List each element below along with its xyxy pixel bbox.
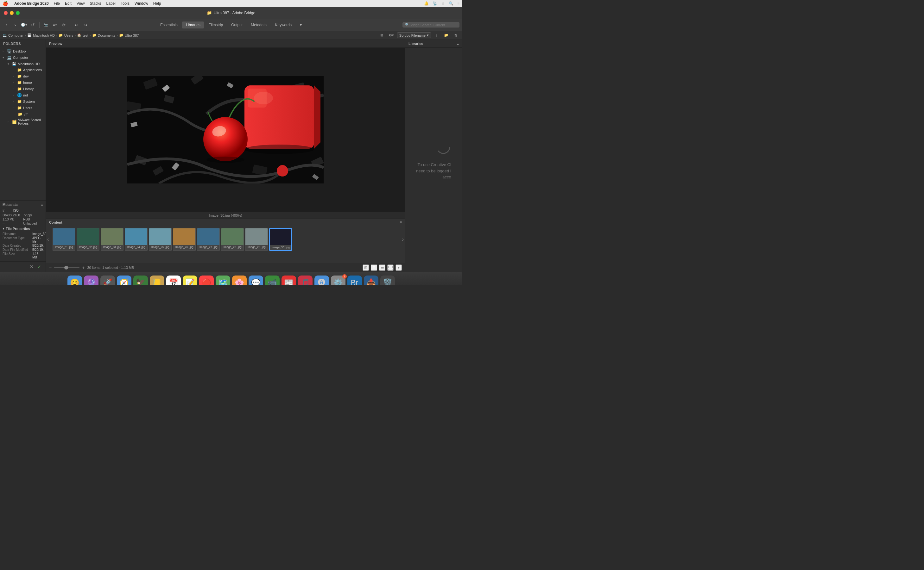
view-list-button[interactable]: ☰ — [379, 264, 385, 271]
dock-item-reminders[interactable]: 🔴 — [199, 276, 214, 285]
dock-item-adobe-bridge[interactable]: Br — [347, 276, 362, 285]
view-grid-large-button[interactable]: ⊞ — [363, 264, 369, 271]
dock-item-mikrolern[interactable]: 🦅 — [133, 276, 148, 285]
breadcrumb-documents[interactable]: 📁 Documents — [92, 33, 115, 37]
thumbnail-1[interactable]: Image_22 .jpg — [77, 228, 100, 251]
sidebar-item-dev[interactable]: › 📁 dev — [0, 73, 46, 80]
menu-app-name[interactable]: Adobe Bridge 2020 — [14, 1, 49, 6]
sidebar-item-vm[interactable]: 📁 vm — [0, 111, 46, 117]
dock-item-photos[interactable]: 🌸 — [232, 276, 247, 285]
dock-item-safari[interactable]: 🧭 — [117, 276, 131, 285]
sync-button[interactable]: ⟳ — [60, 21, 68, 29]
tab-filmstrip[interactable]: Filmstrip — [205, 21, 227, 29]
breadcrumb-ultra387[interactable]: 📁 Ultra 387 — [119, 33, 139, 37]
new-folder-button[interactable]: 📁 — [442, 32, 450, 39]
menu-extra-icon[interactable]: ≡ — [457, 1, 460, 6]
dock-item-downloads[interactable]: 📥 — [364, 276, 378, 285]
sidebar-item-library[interactable]: › 📁 Library — [0, 86, 46, 92]
thumbnail-0[interactable]: Image_21 .jpg — [52, 228, 75, 251]
libraries-menu-icon[interactable]: ≡ — [457, 42, 459, 46]
tab-more[interactable]: ▾ — [296, 21, 306, 29]
dock-item-system-preferences[interactable]: ⚙️1 — [331, 276, 346, 285]
sidebar-item-vmware[interactable]: › 🗂️ VMware Shared Folders — [0, 117, 46, 126]
scroll-right-button[interactable]: › — [401, 237, 405, 242]
thumbnail-8[interactable]: Image_29 .jpg — [245, 228, 268, 251]
history-button[interactable]: 🕐▾ — [20, 21, 28, 29]
menu-stacks[interactable]: Stacks — [90, 1, 101, 6]
scroll-left-button[interactable]: ‹ — [46, 237, 50, 242]
sidebar-item-desktop[interactable]: › 🖥️ Desktop — [0, 48, 46, 54]
dock-item-finder[interactable]: 😊 — [68, 276, 82, 285]
notification-icon[interactable]: 🔔 — [424, 1, 429, 6]
breadcrumb-users[interactable]: 📁 Users — [58, 33, 74, 37]
thumbnail-6[interactable]: Image_27 .jpg — [197, 228, 220, 251]
zoom-slider[interactable] — [54, 267, 80, 268]
sidebar-item-home[interactable]: › 📁 home — [0, 80, 46, 86]
dock-item-calendar[interactable]: 📅 — [166, 276, 181, 285]
minimize-button[interactable] — [10, 11, 14, 15]
breadcrumb-computer[interactable]: 💻 Computer — [3, 33, 23, 37]
redo-button[interactable]: ↪ — [82, 21, 89, 29]
forward-button[interactable]: › — [11, 21, 19, 29]
breadcrumb-macintoshhd[interactable]: 💾 Macintosh HD — [27, 33, 55, 37]
dock-item-rocket-typist[interactable]: 🚀 — [100, 276, 115, 285]
metadata-confirm-button[interactable]: ✓ — [35, 263, 43, 270]
sidebar-item-system[interactable]: › 📁 System — [0, 98, 46, 105]
menu-label[interactable]: Label — [106, 1, 115, 6]
thumbnail-9[interactable]: Image_30 .jpg — [269, 228, 292, 251]
dock-item-contacts[interactable]: 📒 — [150, 276, 165, 285]
apple-menu[interactable]: 🍎 — [3, 1, 8, 6]
sidebar-item-applications[interactable]: › 📁 Applications — [0, 67, 46, 73]
filter-button[interactable]: ⚙▾ — [387, 32, 395, 39]
rotate-ccw-button[interactable]: ↺ — [29, 21, 37, 29]
cast-icon[interactable]: 📡 — [432, 1, 437, 6]
tab-metadata[interactable]: Metadata — [247, 21, 271, 29]
view-options-button[interactable]: ⊞ — [378, 32, 386, 39]
sidebar-item-net[interactable]: › 🌐 net — [0, 92, 46, 98]
sidebar-item-users[interactable]: › 📁 Users — [0, 105, 46, 111]
screen-icon[interactable]: 🖥 — [441, 1, 445, 6]
menu-help[interactable]: Help — [153, 1, 161, 6]
metadata-cancel-button[interactable]: ✕ — [28, 263, 35, 270]
tab-keywords[interactable]: Keywords — [271, 21, 295, 29]
thumbnail-4[interactable]: Image_25 .jpg — [149, 228, 172, 251]
tab-essentials[interactable]: Essentials — [157, 21, 181, 29]
dock-item-music[interactable]: 🎵 — [298, 276, 312, 285]
menu-tools[interactable]: Tools — [121, 1, 129, 6]
search-input[interactable] — [409, 23, 454, 27]
copy-button[interactable]: ⧉▾ — [51, 21, 58, 29]
thumbnail-2[interactable]: Image_23 .jpg — [101, 228, 123, 251]
dock-item-siri[interactable]: 🔮 — [84, 276, 98, 285]
dock-item-news[interactable]: 📰 — [281, 276, 296, 285]
zoom-in-button[interactable]: + — [82, 265, 85, 270]
content-menu-icon[interactable]: ≡ — [400, 220, 402, 225]
view-detail-button[interactable]: ⋮⋮ — [387, 264, 394, 271]
thumbnail-3[interactable]: Image_24 .jpg — [125, 228, 148, 251]
view-more-button[interactable]: ▾ — [395, 264, 402, 271]
tab-output[interactable]: Output — [228, 21, 246, 29]
dock-item-app-store[interactable]: 🅐 — [314, 276, 329, 285]
dock-item-maps[interactable]: 🗺️ — [216, 276, 230, 285]
metadata-menu-icon[interactable]: ≡ — [41, 202, 43, 207]
menu-edit[interactable]: Edit — [65, 1, 72, 6]
menu-window[interactable]: Window — [135, 1, 148, 6]
dock-item-messages[interactable]: 💬 — [249, 276, 263, 285]
trash-button[interactable]: 🗑 — [452, 32, 460, 39]
search-icon[interactable]: 🔍 — [449, 1, 454, 6]
sort-asc-button[interactable]: ↑ — [433, 32, 440, 39]
thumbnail-5[interactable]: Image_26 .jpg — [173, 228, 196, 251]
dock-item-notes[interactable]: 📝 — [183, 276, 197, 285]
menu-file[interactable]: File — [54, 1, 60, 6]
sidebar-item-macintoshhd[interactable]: ▾ 💾 Macintosh HD — [0, 61, 46, 67]
sidebar-item-computer[interactable]: ▾ 💻 Computer — [0, 54, 46, 61]
sort-dropdown[interactable]: Sort by Filename ▾ — [397, 32, 431, 38]
dock-item-trash[interactable]: 🗑️ — [380, 276, 395, 285]
back-button[interactable]: ‹ — [3, 21, 10, 29]
thumbnail-7[interactable]: Image_28 .jpg — [221, 228, 244, 251]
dock-item-facetime[interactable]: 📹 — [265, 276, 280, 285]
camera-button[interactable]: 📷 — [42, 21, 50, 29]
tab-libraries[interactable]: Libraries — [182, 21, 204, 29]
zoom-out-button[interactable]: − — [49, 265, 52, 270]
menu-view[interactable]: View — [77, 1, 85, 6]
undo-button[interactable]: ↩ — [73, 21, 80, 29]
